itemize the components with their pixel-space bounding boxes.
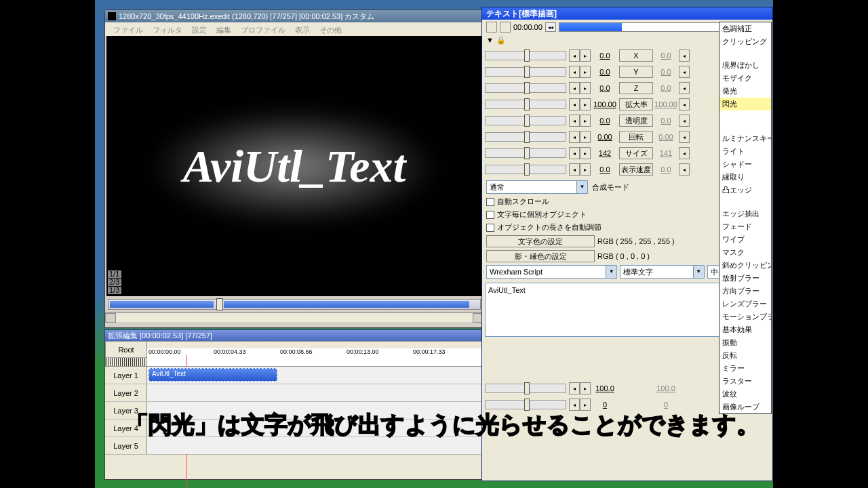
stepper-left-2[interactable]: ◂ [679,66,690,78]
chk-autolength[interactable] [486,224,494,232]
stepper-right[interactable]: ▸ [580,49,591,62]
effect-item[interactable] [719,121,771,132]
chk-perchar[interactable] [486,211,494,219]
param-value[interactable]: 0.0 [591,84,619,92]
style-combo[interactable]: 標準文字▼ [620,265,705,279]
chk-autoscroll[interactable] [486,198,494,206]
effect-item[interactable]: モーションブラー [719,310,771,323]
param-label[interactable]: Z [619,82,653,94]
param-label[interactable]: サイズ [619,147,653,159]
effect-item[interactable]: 境界ぼかし [719,59,771,72]
effect-item[interactable]: 閃光 [719,98,771,110]
effect-item[interactable]: 振動 [719,336,771,349]
menu-other[interactable]: その他 [315,24,346,35]
stepper-left-2[interactable]: ◂ [679,163,690,176]
timeline-clip[interactable]: AviUtl_Text [149,368,277,382]
stepper-right[interactable]: ▸ [580,147,591,159]
stepper-left[interactable]: ◂ [569,147,580,159]
param-slider[interactable] [485,165,566,174]
font-combo[interactable]: Wrexham Script▼ [486,265,617,279]
effect-item[interactable]: 発光 [719,85,771,98]
stepper-right[interactable]: ▸ [580,98,591,110]
root-button[interactable]: Root [106,342,146,358]
effect-item[interactable]: 凸エッジ [719,184,771,197]
stepper-left-2[interactable]: ◂ [679,115,690,127]
stepper-right[interactable]: ▸ [580,131,591,143]
stepper-left[interactable]: ◂ [569,49,580,62]
param-label[interactable]: X [619,49,653,62]
effect-item[interactable]: フェード [719,220,771,233]
effect-item[interactable]: 基本効果 [719,323,771,336]
property-title[interactable]: テキスト[標準描画] [482,7,772,20]
param-slider[interactable] [485,83,566,93]
blend-combo[interactable]: 通常▼ [486,180,588,194]
param-value[interactable]: 0.0 [591,52,619,60]
ratio-1[interactable]: 1/1 [108,270,121,278]
layer-track[interactable] [147,384,484,401]
ratio-2[interactable]: 2/3 [108,279,121,286]
param-label[interactable]: Y [619,66,653,78]
seek-thumb[interactable] [216,298,223,310]
param-value[interactable]: 0.0 [591,165,619,174]
effect-item[interactable]: 縁取り [719,171,771,184]
effect-item[interactable]: 放射ブラー [719,272,771,285]
preview-titlebar[interactable]: 1280x720_30fps_44100Hz.exedit (1280,720)… [105,10,484,22]
layer-track[interactable]: AviUtl_Text [147,367,484,384]
effect-item[interactable]: エッジ抽出 [719,207,771,220]
effect-item[interactable] [719,110,771,121]
param-label[interactable]: 表示速度 [619,163,653,176]
stepper-left[interactable]: ◂ [569,115,580,127]
effect-item[interactable]: 斜めクリッピング [719,259,771,272]
effect-dropdown[interactable]: 色調補正クリッピング 境界ぼかしモザイク発光閃光 ルミナンスキーライトシャドー縁… [719,22,772,414]
stepper-right[interactable]: ▸ [580,163,591,176]
ratio-3[interactable]: 1/3 [108,287,121,294]
stepper-left-2[interactable]: ◂ [679,131,690,143]
param-value-2[interactable]: 0.0 [653,52,679,60]
effect-item[interactable]: モザイク [719,72,771,85]
textcolor-button[interactable]: 文字色の設定 [486,235,595,247]
stepper-left[interactable]: ◂ [569,98,580,110]
param-value-2[interactable]: 0.0 [653,117,679,125]
menu-edit[interactable]: 編集 [212,24,235,35]
effect-item[interactable]: マスク [719,246,771,259]
fx-slider-a[interactable] [485,384,566,393]
effect-item[interactable]: ワイプ [719,233,771,246]
param-value-2[interactable]: 0.0 [653,84,679,92]
menu-settings[interactable]: 設定 [188,24,211,35]
effect-item[interactable]: 反転 [719,349,771,362]
param-value[interactable]: 142 [591,149,619,157]
effect-item[interactable]: 色調補正 [719,22,771,35]
horizontal-scrollbar[interactable] [105,312,484,322]
time-ruler[interactable]: 00:00:00.00 00:00:04.33 00:00:08.66 00:0… [147,341,484,367]
zoom-strip[interactable] [106,358,146,366]
collapse-icon[interactable]: ▼ [486,36,494,45]
param-slider[interactable] [485,148,566,158]
menu-file[interactable]: ファイル [109,24,147,35]
param-value-2[interactable]: 100.00 [653,100,679,108]
prop-icon-1[interactable] [486,22,497,33]
effect-item[interactable]: ライト [719,145,771,158]
param-slider[interactable] [485,67,566,77]
param-label[interactable]: 拡大率 [619,98,653,110]
menu-filter[interactable]: フィルタ [149,24,186,35]
param-value-2[interactable]: 0.0 [653,165,679,174]
seek-track[interactable] [108,299,481,310]
stepper-right[interactable]: ▸ [580,115,591,127]
stepper-right[interactable]: ▸ [580,66,591,78]
effect-item[interactable]: ルミナンスキー [719,132,771,145]
effect-item[interactable]: シャドー [719,158,771,171]
stepper-left[interactable]: ◂ [569,131,580,143]
shadowcolor-button[interactable]: 影・縁色の設定 [486,250,595,262]
effect-item[interactable]: 方向ブラー [719,285,771,298]
stepper-left[interactable]: ◂ [569,163,580,176]
param-slider[interactable] [485,51,566,60]
param-value[interactable]: 0.00 [591,133,619,141]
stepper-left-2[interactable]: ◂ [679,49,690,62]
stepper-left[interactable]: ◂ [569,82,580,94]
param-value-2[interactable]: 141 [653,149,679,157]
prop-icon-2[interactable] [500,22,511,33]
stepper-left-2[interactable]: ◂ [679,147,690,159]
effect-item[interactable] [719,48,771,59]
param-label[interactable]: 回転 [619,131,653,143]
param-slider[interactable] [485,132,566,142]
